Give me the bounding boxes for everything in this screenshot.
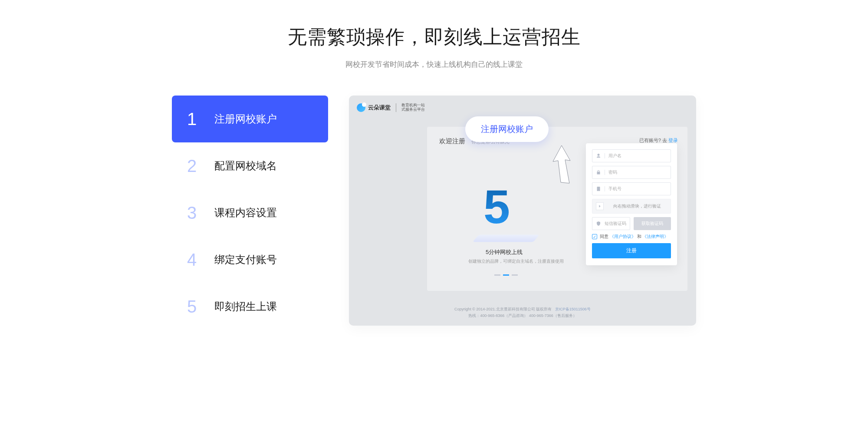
login-link[interactable]: 登录 (668, 138, 678, 143)
step-number: 5 (184, 297, 200, 317)
step-number: 2 (184, 156, 200, 176)
big-five-icon: 5 (483, 179, 510, 234)
slider-text: 向右拖动滑块，进行验证 (607, 203, 667, 209)
have-account-text: 已有账号? 去 登录 (639, 137, 678, 144)
icp-link[interactable]: 京ICP备15011506号 (555, 307, 591, 311)
preview-logo: 云朵课堂 教育机构一站 式服务云平台 (357, 103, 425, 112)
get-code-button[interactable]: 获取验证码 (634, 217, 671, 230)
password-field[interactable]: 密码 (592, 166, 671, 179)
phone-icon (596, 186, 601, 191)
step-2[interactable]: 2 配置网校域名 (172, 142, 328, 189)
cloud-logo-icon (357, 103, 365, 112)
divider (396, 103, 396, 112)
step-1[interactable]: 1 注册网校账户 (172, 96, 328, 142)
carousel-dots (494, 274, 518, 276)
pointer-arrow-icon (549, 143, 575, 187)
step-4[interactable]: 4 绑定支付账号 (172, 236, 328, 283)
step-label: 配置网校域名 (214, 159, 277, 173)
user-icon (596, 153, 601, 158)
step-label: 绑定支付账号 (214, 253, 277, 267)
five-min-title: 5分钟网校上线 (486, 248, 523, 256)
step-number: 4 (184, 250, 200, 270)
preview-panel: 云朵课堂 教育机构一站 式服务云平台 注册网校账户 欢迎注册 你总是那么有眼光~… (349, 96, 696, 326)
legal-link[interactable]: 《法律声明》 (642, 234, 668, 239)
logo-text: 云朵课堂 (368, 104, 391, 112)
sms-code-field[interactable]: 短信验证码 (592, 217, 630, 230)
step-3[interactable]: 3 课程内容设置 (172, 189, 328, 236)
steps-list: 1 注册网校账户 2 配置网校域名 3 课程内容设置 4 绑定支付账号 5 即刻… (172, 96, 328, 330)
preview-footer: Copyright © 2014-2021.北京昱新科技有限公司 版权所有 京I… (349, 306, 696, 319)
slider-handle-icon[interactable] (596, 202, 604, 210)
step-5[interactable]: 5 即刻招生上课 (172, 283, 328, 330)
phone-placeholder: 手机号 (608, 186, 621, 192)
username-placeholder: 用户名 (608, 153, 621, 159)
step-number: 1 (184, 109, 200, 129)
page-subtitle: 网校开发节省时间成本，快速上线机构自己的线上课堂 (288, 59, 581, 69)
password-placeholder: 密码 (608, 169, 617, 175)
shield-icon (596, 221, 601, 226)
register-title: 欢迎注册 (439, 137, 465, 145)
page-title: 无需繁琐操作，即刻线上运营招生 (288, 24, 581, 50)
register-card: 用户名 密码 手机号 向右拖动滑块，进行验证 (586, 143, 677, 265)
callout-pill: 注册网校账户 (465, 116, 549, 142)
agree-row: ✓ 同意 《用户协议》 和 《法律声明》 (592, 234, 671, 240)
username-field[interactable]: 用户名 (592, 149, 671, 162)
step-label: 课程内容设置 (214, 206, 277, 220)
sms-placeholder: 短信验证码 (605, 221, 626, 227)
user-agreement-link[interactable]: 《用户协议》 (610, 234, 636, 239)
slider-captcha[interactable]: 向右拖动滑块，进行验证 (592, 199, 671, 214)
lock-icon (596, 170, 601, 175)
platform-icon (473, 235, 539, 242)
phone-field[interactable]: 手机号 (592, 182, 671, 195)
register-button[interactable]: 注册 (592, 243, 671, 258)
step-label: 注册网校账户 (214, 112, 277, 126)
step-label: 即刻招生上课 (214, 300, 277, 313)
logo-subtext: 教育机构一站 式服务云平台 (401, 103, 425, 112)
five-min-sub: 创建独立的品牌，可绑定自主域名，注册直接使用 (468, 258, 564, 264)
agree-checkbox[interactable]: ✓ (592, 234, 597, 239)
step-number: 3 (184, 203, 200, 223)
